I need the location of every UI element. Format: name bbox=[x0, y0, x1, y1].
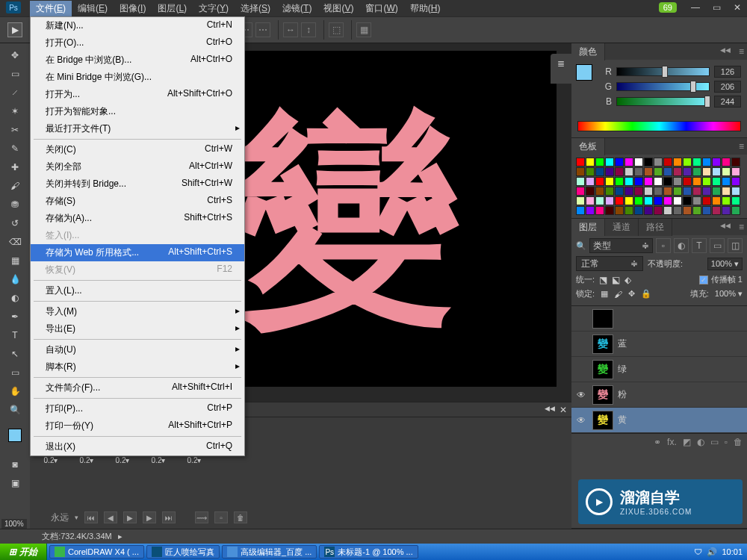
swatch[interactable] bbox=[644, 187, 653, 196]
swatch[interactable] bbox=[654, 187, 663, 196]
unify-position-icon[interactable]: ⬔ bbox=[599, 275, 607, 285]
swatch[interactable] bbox=[595, 177, 604, 186]
opacity-value[interactable]: 100% ▾ bbox=[707, 258, 743, 270]
blend-mode-select[interactable]: 正常≑ bbox=[576, 256, 643, 271]
color-tab[interactable]: 颜色 bbox=[571, 43, 605, 60]
group-icon[interactable]: ▭ bbox=[710, 437, 719, 447]
swatch[interactable] bbox=[615, 167, 624, 176]
swatch[interactable] bbox=[712, 196, 721, 205]
swatch[interactable] bbox=[644, 158, 653, 167]
swatch[interactable] bbox=[644, 196, 653, 205]
swatch[interactable] bbox=[586, 187, 595, 196]
swatch[interactable] bbox=[605, 177, 614, 186]
swatches-grid[interactable] bbox=[571, 155, 747, 218]
propagate-label[interactable]: 传播帧 1 bbox=[711, 274, 743, 285]
crop-tool[interactable]: ✂ bbox=[4, 121, 26, 139]
notification-badge[interactable]: 69 bbox=[659, 2, 677, 13]
panel-menu-icon[interactable]: ≡ bbox=[739, 141, 744, 152]
swatch[interactable] bbox=[624, 206, 633, 215]
swatch[interactable] bbox=[692, 196, 701, 205]
swatch[interactable] bbox=[692, 177, 701, 186]
swatch[interactable] bbox=[663, 196, 672, 205]
lasso-tool[interactable]: ⟋ bbox=[4, 84, 26, 102]
swatch[interactable] bbox=[683, 177, 692, 186]
play-button[interactable]: ▶ bbox=[123, 511, 137, 523]
swatch[interactable] bbox=[673, 167, 682, 176]
swatch[interactable] bbox=[702, 206, 711, 215]
swatch[interactable] bbox=[702, 196, 711, 205]
swatch[interactable] bbox=[654, 158, 663, 167]
swatch[interactable] bbox=[722, 206, 731, 215]
swatch[interactable] bbox=[702, 177, 711, 186]
filter-smart-icon[interactable]: ◫ bbox=[728, 238, 743, 253]
swatch[interactable] bbox=[644, 177, 653, 186]
menu-item[interactable]: 关闭(C)Ctrl+W bbox=[31, 141, 244, 158]
swatch[interactable] bbox=[731, 167, 740, 176]
menu-item[interactable]: 打印一份(Y)Alt+Shift+Ctrl+P bbox=[31, 417, 244, 435]
swatch[interactable] bbox=[576, 196, 585, 205]
swatch[interactable] bbox=[605, 206, 614, 215]
next-frame-button[interactable]: ▶ bbox=[143, 511, 156, 523]
loop-select[interactable]: 永远 bbox=[51, 511, 69, 524]
swatch[interactable] bbox=[615, 206, 624, 215]
color-active-swatch[interactable] bbox=[576, 64, 592, 81]
swatch[interactable] bbox=[673, 196, 682, 205]
menu-item[interactable]: 打开为...Alt+Shift+Ctrl+O bbox=[31, 86, 244, 103]
swatch[interactable] bbox=[634, 167, 643, 176]
swatch[interactable] bbox=[722, 177, 731, 186]
swatch[interactable] bbox=[692, 187, 701, 196]
menu-item[interactable]: 关闭全部Alt+Ctrl+W bbox=[31, 158, 244, 175]
layer-name[interactable]: 绿 bbox=[618, 363, 627, 376]
layer-name[interactable]: 蓝 bbox=[618, 337, 627, 350]
maximize-button[interactable]: ▭ bbox=[707, 1, 726, 13]
marquee-tool[interactable]: ▭ bbox=[4, 65, 26, 83]
menu-filter[interactable]: 滤镜(T) bbox=[276, 1, 317, 16]
taskbar-item[interactable]: CorelDRAW X4 ( ... bbox=[49, 545, 144, 559]
shape-tool[interactable]: ▭ bbox=[4, 364, 26, 382]
swatch[interactable] bbox=[683, 187, 692, 196]
tween-button[interactable]: ⟿ bbox=[195, 511, 208, 523]
dist-space-h-icon[interactable]: ↔ bbox=[283, 22, 298, 37]
swatch[interactable] bbox=[654, 206, 663, 215]
layer-thumbnail[interactable]: 變 bbox=[592, 411, 613, 430]
swatch[interactable] bbox=[586, 196, 595, 205]
swatch[interactable] bbox=[576, 177, 585, 186]
swatch[interactable] bbox=[624, 158, 633, 167]
channels-tab[interactable]: 通道 bbox=[605, 219, 639, 236]
menu-item[interactable]: 打印(P)...Ctrl+P bbox=[31, 400, 244, 417]
menu-item[interactable]: 打开为智能对象... bbox=[31, 103, 244, 120]
filter-pixel-icon[interactable]: ▫ bbox=[656, 238, 671, 253]
swatch[interactable] bbox=[595, 158, 604, 167]
swatch[interactable] bbox=[576, 187, 585, 196]
layer-row[interactable]: 變绿 bbox=[571, 357, 747, 382]
timeline-close-icon[interactable]: ✕ bbox=[560, 405, 567, 415]
menu-help[interactable]: 帮助(H) bbox=[404, 1, 447, 16]
swatch[interactable] bbox=[663, 158, 672, 167]
taskbar-item[interactable]: 匠人喷绘写真 bbox=[146, 545, 220, 559]
arrange-icon[interactable]: ▦ bbox=[356, 22, 371, 37]
start-button[interactable]: ⊞开始 bbox=[0, 544, 47, 560]
panel-menu-icon[interactable]: ≡ bbox=[739, 222, 744, 232]
distribute-icon[interactable]: ⋯ bbox=[255, 22, 270, 37]
swatch[interactable] bbox=[624, 196, 633, 205]
path-select-tool[interactable]: ↖ bbox=[4, 345, 26, 363]
swatch[interactable] bbox=[712, 158, 721, 167]
paths-tab[interactable]: 路径 bbox=[639, 219, 672, 236]
swatch[interactable] bbox=[586, 177, 595, 186]
swatch[interactable] bbox=[692, 167, 701, 176]
swatch[interactable] bbox=[605, 196, 614, 205]
menu-item[interactable]: 新建(N)...Ctrl+N bbox=[31, 17, 244, 34]
swatch[interactable] bbox=[702, 158, 711, 167]
visibility-toggle[interactable]: 👁 bbox=[574, 415, 588, 426]
history-brush-tool[interactable]: ↺ bbox=[4, 214, 26, 232]
layer-row[interactable] bbox=[571, 306, 747, 332]
swatch[interactable] bbox=[731, 206, 740, 215]
menu-item[interactable]: 存储为(A)...Shift+Ctrl+S bbox=[31, 210, 244, 227]
swatch[interactable] bbox=[586, 167, 595, 176]
menu-view[interactable]: 视图(V) bbox=[317, 1, 359, 16]
swatch[interactable] bbox=[712, 167, 721, 176]
swatch[interactable] bbox=[576, 167, 585, 176]
filter-adjust-icon[interactable]: ◐ bbox=[674, 238, 689, 253]
menu-type[interactable]: 文字(Y) bbox=[193, 1, 235, 16]
panel-collapse-icon[interactable]: ◀◀ bbox=[720, 222, 731, 229]
